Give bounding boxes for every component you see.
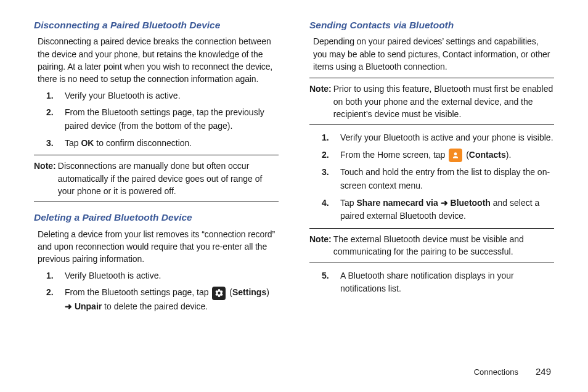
left-column: Disconnecting a Paired Bluetooth Device …	[34, 18, 279, 318]
step-4: 4. Tap Share namecard via ➜ Bluetooth an…	[322, 197, 554, 223]
step-text: From the Bluetooth settings page, tap th…	[65, 106, 279, 133]
text: to confirm disconnection.	[94, 138, 192, 148]
step-text: Tap OK to confirm disconnection.	[65, 137, 279, 150]
step-text: A Bluetooth share notification displays …	[340, 269, 554, 296]
settings-icon	[212, 287, 226, 300]
step-text: Verify your Bluetooth is active and your…	[340, 131, 554, 145]
steps-deleting: 1. Verify Bluetooth is active. 2. From t…	[46, 269, 279, 314]
step-3: 3. Tap OK to confirm disconnection.	[46, 137, 279, 150]
text: From the Home screen, tap	[340, 150, 447, 160]
step-text: From the Bluetooth settings page, tap (S…	[65, 286, 279, 313]
footer-section: Connections	[474, 367, 518, 378]
step-number: 2.	[46, 106, 61, 118]
step-1: 1. Verify your Bluetooth is active.	[46, 89, 279, 103]
heading-sending: Sending Contacts via Bluetooth	[309, 18, 554, 32]
right-column: Sending Contacts via Bluetooth Depending…	[309, 18, 554, 318]
note-text: Prior to using this feature, Bluetooth m…	[333, 83, 554, 120]
note-label: Note:	[309, 233, 332, 258]
arrow-icon: ➜	[438, 198, 451, 208]
note-sending-2: Note: The external Bluetooth device must…	[309, 228, 554, 263]
heading-disconnecting: Disconnecting a Paired Bluetooth Device	[34, 18, 279, 32]
bold-settings: Settings	[232, 287, 266, 297]
step-text: Touch and hold the entry from the list t…	[340, 166, 554, 192]
step-1: 1. Verify your Bluetooth is active and y…	[322, 131, 554, 145]
note-text: The external Bluetooth device must be vi…	[333, 233, 554, 258]
text: Tap	[340, 198, 356, 208]
heading-deleting: Deleting a Paired Bluetooth Device	[34, 211, 279, 224]
para-sending-intro: Depending on your paired devices’ settin…	[313, 35, 554, 73]
step-number: 1.	[322, 131, 337, 144]
steps-sending: 1. Verify your Bluetooth is active and y…	[322, 131, 554, 223]
note-label: Note:	[34, 160, 56, 197]
step-2: 2. From the Bluetooth settings page, tap…	[46, 106, 279, 133]
steps-disconnecting: 1. Verify your Bluetooth is active. 2. F…	[46, 89, 279, 150]
step-text: From the Home screen, tap (Contacts).	[340, 149, 554, 162]
step-number: 3.	[46, 137, 61, 149]
step-text: Verify your Bluetooth is active.	[65, 89, 279, 103]
steps-sending-cont: 5. A Bluetooth share notification displa…	[322, 269, 554, 296]
step-number: 1.	[46, 269, 61, 282]
step-number: 3.	[322, 166, 337, 178]
note-disconnecting: Note: Disconnections are manually done b…	[34, 155, 279, 202]
step-number: 5.	[322, 269, 337, 282]
note-text: Disconnections are manually done but oft…	[58, 160, 279, 197]
contacts-icon	[449, 149, 462, 162]
step-2: 2. From the Home screen, tap (Contacts).	[322, 149, 554, 162]
page-number: 249	[536, 365, 551, 378]
bold-unpair: Unpair	[72, 301, 102, 311]
text: From the Bluetooth settings page, tap	[65, 287, 211, 297]
step-5: 5. A Bluetooth share notification displa…	[322, 269, 554, 296]
arrow-icon: ➜	[65, 301, 72, 311]
step-number: 4.	[322, 197, 337, 209]
step-number: 2.	[46, 286, 61, 298]
bold-share: Share namecard via	[356, 198, 438, 208]
text: (	[463, 150, 469, 160]
para-deleting-intro: Deleting a device from your list removes…	[38, 228, 279, 266]
text: Tap	[65, 138, 81, 148]
step-1: 1. Verify Bluetooth is active.	[46, 269, 279, 283]
bold-bluetooth: Bluetooth	[451, 198, 491, 208]
text: )	[266, 287, 269, 297]
step-3: 3. Touch and hold the entry from the lis…	[322, 166, 554, 192]
page-footer: Connections 249	[474, 365, 551, 378]
text: to delete the paired device.	[102, 301, 208, 311]
step-2: 2. From the Bluetooth settings page, tap…	[46, 286, 279, 313]
text: (	[227, 287, 232, 297]
step-text: Tap Share namecard via ➜ Bluetooth and s…	[340, 197, 554, 223]
step-number: 2.	[322, 149, 337, 161]
text: ).	[506, 150, 512, 160]
note-sending-1: Note: Prior to using this feature, Bluet…	[309, 78, 554, 125]
bold-ok: OK	[81, 138, 94, 148]
note-label: Note:	[309, 83, 332, 120]
bold-contacts: Contacts	[469, 150, 506, 160]
step-text: Verify Bluetooth is active.	[65, 269, 279, 283]
step-number: 1.	[46, 89, 61, 102]
para-disconnecting-intro: Disconnecting a paired device breaks the…	[38, 35, 279, 85]
